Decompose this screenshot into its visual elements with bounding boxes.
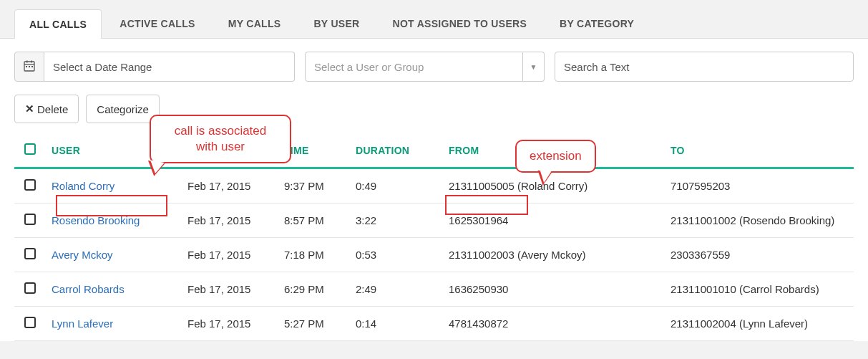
svg-rect-3 bbox=[31, 60, 33, 62]
cell-time: 9:37 PM bbox=[278, 168, 350, 204]
action-toolbar: ✕ Delete Categorize bbox=[14, 95, 854, 123]
cell-duration: 0:49 bbox=[350, 168, 443, 204]
cell-date: Feb 17, 2015 bbox=[182, 204, 278, 238]
user-link[interactable]: Lynn Lafever bbox=[52, 317, 113, 330]
cell-duration: 2:49 bbox=[350, 272, 443, 307]
table-row: Rosendo Brooking Feb 17, 2015 8:57 PM 3:… bbox=[14, 204, 854, 238]
tabs-bar: ALL CALLS ACTIVE CALLS MY CALLS BY USER … bbox=[0, 0, 868, 39]
table-row: Roland Corry Feb 17, 2015 9:37 PM 0:49 2… bbox=[14, 168, 854, 204]
cell-time: 8:57 PM bbox=[278, 204, 350, 238]
user-link[interactable]: Rosendo Brooking bbox=[52, 214, 140, 226]
calls-table: USER DATE TIME DURATION FROM TO Roland C… bbox=[14, 135, 854, 341]
table-row: Lynn Lafever Feb 17, 2015 5:27 PM 0:14 4… bbox=[14, 307, 854, 341]
svg-rect-4 bbox=[26, 66, 27, 67]
tab-active-calls[interactable]: ACTIVE CALLS bbox=[104, 9, 210, 38]
user-link[interactable]: Roland Corry bbox=[52, 180, 114, 192]
svg-rect-6 bbox=[31, 66, 33, 67]
header-checkbox-cell bbox=[14, 135, 46, 168]
cell-to: 21311001010 (Carrol Robards) bbox=[665, 272, 854, 307]
categorize-button[interactable]: Categorize bbox=[86, 95, 160, 123]
row-checkbox[interactable] bbox=[24, 214, 36, 225]
row-checkbox[interactable] bbox=[24, 317, 36, 328]
cell-from: 21311005005 (Roland Corry) bbox=[443, 168, 665, 204]
table-row: Carrol Robards Feb 17, 2015 6:29 PM 2:49… bbox=[14, 272, 854, 307]
user-group-value: Select a User or Group bbox=[305, 52, 523, 82]
row-checkbox[interactable] bbox=[24, 248, 36, 259]
calendar-button[interactable] bbox=[14, 52, 44, 82]
cell-to: 7107595203 bbox=[665, 168, 854, 204]
tab-not-assigned[interactable]: NOT ASSIGNED TO USERS bbox=[378, 9, 542, 38]
cell-date: Feb 17, 2015 bbox=[182, 307, 278, 341]
cell-time: 6:29 PM bbox=[278, 272, 350, 307]
cell-from: 1625301964 bbox=[443, 204, 665, 238]
calls-table-body: Roland Corry Feb 17, 2015 9:37 PM 0:49 2… bbox=[14, 168, 854, 341]
user-link[interactable]: Carrol Robards bbox=[52, 283, 125, 295]
user-group-select[interactable]: Select a User or Group ▼ bbox=[305, 52, 545, 82]
calendar-icon bbox=[24, 60, 35, 74]
date-range-input[interactable] bbox=[44, 52, 295, 82]
delete-label: Delete bbox=[37, 103, 68, 115]
chevron-down-icon: ▼ bbox=[530, 63, 537, 71]
cell-from: 1636250930 bbox=[443, 272, 665, 307]
svg-rect-5 bbox=[29, 66, 30, 67]
cell-date: Feb 17, 2015 bbox=[182, 272, 278, 307]
cell-date: Feb 17, 2015 bbox=[182, 238, 278, 272]
user-group-caret[interactable]: ▼ bbox=[523, 52, 545, 82]
close-icon: ✕ bbox=[25, 102, 34, 115]
cell-duration: 0:53 bbox=[350, 238, 443, 272]
cell-from: 21311002003 (Avery Mckoy) bbox=[443, 238, 665, 272]
cell-time: 7:18 PM bbox=[278, 238, 350, 272]
table-row: Avery Mckoy Feb 17, 2015 7:18 PM 0:53 21… bbox=[14, 238, 854, 272]
cell-time: 5:27 PM bbox=[278, 307, 350, 341]
delete-button[interactable]: ✕ Delete bbox=[14, 95, 79, 123]
cell-duration: 3:22 bbox=[350, 204, 443, 238]
cell-to: 21311001002 (Rosendo Brooking) bbox=[665, 204, 854, 238]
calls-page: ALL CALLS ACTIVE CALLS MY CALLS BY USER … bbox=[0, 0, 868, 348]
svg-rect-2 bbox=[26, 60, 28, 62]
cell-duration: 0:14 bbox=[350, 307, 443, 341]
cell-from: 4781430872 bbox=[443, 307, 665, 341]
tab-by-user[interactable]: BY USER bbox=[298, 9, 374, 38]
tab-by-category[interactable]: BY CATEGORY bbox=[545, 9, 649, 38]
row-checkbox[interactable] bbox=[24, 282, 36, 294]
row-checkbox[interactable] bbox=[24, 179, 36, 191]
content-area: Select a User or Group ▼ ✕ Delete Catego… bbox=[0, 39, 868, 341]
user-link[interactable]: Avery Mckoy bbox=[52, 249, 113, 261]
select-all-checkbox[interactable] bbox=[24, 143, 36, 155]
header-to[interactable]: TO bbox=[665, 135, 854, 168]
cell-to: 21311002004 (Lynn Lafever) bbox=[665, 307, 854, 341]
annotation-extension: extension bbox=[515, 140, 596, 173]
search-input[interactable] bbox=[555, 52, 854, 82]
cell-to: 2303367559 bbox=[665, 238, 854, 272]
filter-toolbar: Select a User or Group ▼ bbox=[14, 52, 854, 82]
header-duration[interactable]: DURATION bbox=[350, 135, 443, 168]
tab-my-calls[interactable]: MY CALLS bbox=[213, 9, 296, 38]
tab-all-calls[interactable]: ALL CALLS bbox=[14, 9, 102, 39]
annotation-call-associated: call is associated with user bbox=[150, 115, 291, 163]
cell-date: Feb 17, 2015 bbox=[182, 168, 278, 204]
categorize-label: Categorize bbox=[97, 103, 149, 115]
